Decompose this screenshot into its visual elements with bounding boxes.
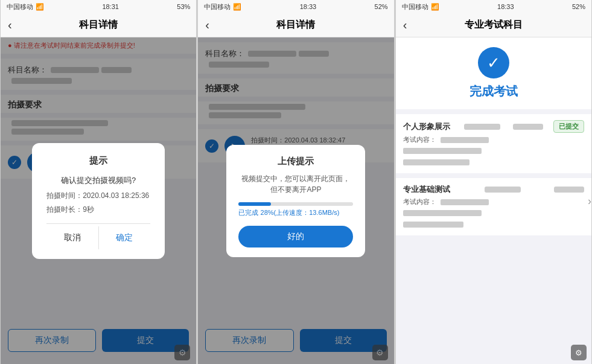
nav-bar-2: ‹ 科目详情 xyxy=(198,13,393,37)
dialog-confirm-button[interactable]: 确定 xyxy=(99,226,151,249)
confirm-dialog-overlay: 提示 确认提交拍摄视频吗? 拍摄时间：2020.04.03 18:25:36 拍… xyxy=(1,37,196,364)
status-bar-1: 中国移动 📶 18:31 53% xyxy=(1,0,196,13)
nav-bar-1: ‹ 科目详情 xyxy=(1,13,196,37)
exam-item-1-title-text: 个人形象展示 xyxy=(403,121,450,132)
upload-ok-button[interactable]: 好的 xyxy=(238,226,353,247)
submitted-badge-1: 已提交 xyxy=(553,120,584,133)
battery-1: 53% xyxy=(177,3,190,10)
exam-item-2-title-blur xyxy=(485,187,521,193)
exam-content-blur-1a xyxy=(441,137,489,143)
exam-item-2-title-blur2 xyxy=(554,187,584,193)
carrier-3: 中国移动 xyxy=(402,2,428,11)
exam-item-1-extra-blur xyxy=(403,156,584,167)
exam-item-2-content-label: 考试内容： xyxy=(403,197,584,206)
upload-desc: 视频提交中，您可以离开此页面，但不要离开APP xyxy=(238,173,353,195)
dialog-cancel-button[interactable]: 取消 xyxy=(46,226,98,249)
exam-item-1-title-blur xyxy=(464,124,500,130)
gear-button-3[interactable]: ⚙ xyxy=(571,345,587,360)
dialog-buttons: 取消 确定 xyxy=(46,224,150,249)
back-button-2[interactable]: ‹ xyxy=(205,18,209,32)
phone-screen-3: 中国移动 📶 18:33 52% ‹ 专业考试科目 ✓ 完成考试 个人形象展示 … xyxy=(395,0,592,364)
exam-item-1-content-label: 考试内容： xyxy=(403,135,584,144)
phone-screen-1: 中国移动 📶 18:31 53% ‹ 科目详情 ● 请注意在考试时间结束前完成录… xyxy=(0,0,197,364)
battery-2: 52% xyxy=(375,3,388,10)
completion-title: 完成考试 xyxy=(396,81,591,106)
confirm-dialog: 提示 确认提交拍摄视频吗? 拍摄时间：2020.04.03 18:25:36 拍… xyxy=(32,143,165,259)
exam-item-1-title-row: 个人形象展示 已提交 xyxy=(403,120,584,133)
exam-content-blur-2b xyxy=(403,210,482,216)
status-bar-3: 中国移动 📶 18:33 52% xyxy=(396,0,591,13)
content-2: 科目名称： 拍摄要求 ✓ ▶ 拍摄时间：2020.04.03 18:32:47 … xyxy=(198,37,393,364)
upload-dialog: 上传提示 视频提交中，您可以离开此页面，但不要离开APP 已完成 28%(上传速… xyxy=(226,145,365,257)
upload-dialog-overlay: 上传提示 视频提交中，您可以离开此页面，但不要离开APP 已完成 28%(上传速… xyxy=(198,37,393,364)
nav-title-3: 专业考试科目 xyxy=(465,19,523,31)
progress-bar-fill xyxy=(238,202,270,206)
time-2: 18:33 xyxy=(300,3,317,10)
exam-item-2[interactable]: 专业基础测试 考试内容： xyxy=(396,178,591,235)
nav-title-1: 科目详情 xyxy=(79,19,118,31)
dialog-body-main: 确认提交拍摄视频吗? xyxy=(46,175,150,186)
exam-content-blur-2a xyxy=(441,199,489,205)
exam-item-1-title-blur2 xyxy=(513,124,543,130)
exam-item-2-title-text: 专业基础测试 xyxy=(403,184,450,195)
nav-title-2: 科目详情 xyxy=(276,19,315,31)
exam-item-2-extra-blur xyxy=(403,219,584,229)
back-button-1[interactable]: ‹ xyxy=(8,18,12,32)
carrier-2: 中国移动 xyxy=(204,2,231,11)
back-button-3[interactable]: ‹ xyxy=(403,18,407,32)
exam-item-1-content-detail xyxy=(403,147,584,154)
wifi-icon-3: 📶 xyxy=(431,3,439,11)
completion-section: ✓ 完成考试 xyxy=(396,37,591,109)
dialog-body-duration: 拍摄时长：9秒 xyxy=(46,205,150,215)
completion-check-icon: ✓ xyxy=(478,47,509,78)
wifi-icon-1: 📶 xyxy=(36,3,44,11)
exam-content-blur-1c xyxy=(403,159,469,165)
exam-item-2-title-row: 专业基础测试 xyxy=(403,184,584,195)
progress-label: 已完成 28%(上传速度：13.6MB/s) xyxy=(238,208,353,217)
time-3: 18:33 xyxy=(497,3,514,10)
content-3: ✓ 完成考试 个人形象展示 已提交 考试内容： xyxy=(396,37,591,364)
dialog-title-1: 提示 xyxy=(46,155,150,167)
battery-3: 52% xyxy=(572,3,585,10)
exam-content-blur-2c xyxy=(403,222,463,228)
exam-content-blur-1b xyxy=(403,148,482,154)
arrow-right-icon: › xyxy=(588,194,591,207)
dialog-body-time: 拍摄时间：2020.04.03 18:25:36 xyxy=(46,191,150,201)
progress-bar-bg xyxy=(238,202,353,206)
carrier-1: 中国移动 xyxy=(7,2,33,11)
content-1: ● 请注意在考试时间结束前完成录制并提交! 科目名称： 拍摄要求 ✓ ▶ 拍摄时… xyxy=(1,37,196,364)
upload-title: 上传提示 xyxy=(238,156,353,167)
exam-item-1[interactable]: 个人形象展示 已提交 考试内容： xyxy=(396,114,591,173)
nav-bar-3: ‹ 专业考试科目 xyxy=(396,13,591,37)
exam-item-2-content-detail xyxy=(403,209,584,216)
wifi-icon-2: 📶 xyxy=(233,3,241,11)
time-1: 18:31 xyxy=(102,3,119,10)
status-bar-2: 中国移动 📶 18:33 52% xyxy=(198,0,393,13)
phone-screen-2: 中国移动 📶 18:33 52% ‹ 科目详情 科目名称： 拍摄要求 xyxy=(197,0,394,364)
